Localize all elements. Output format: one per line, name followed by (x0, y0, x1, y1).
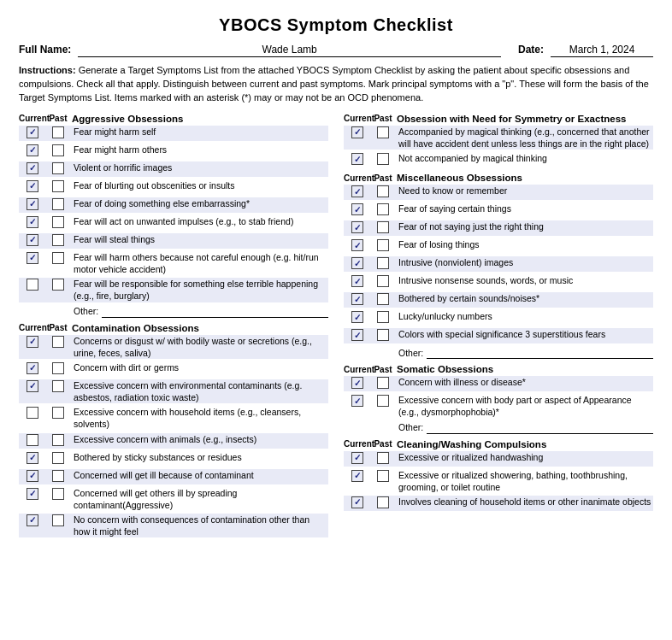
list-item: Fear will harm others because not carefu… (19, 251, 328, 275)
current-checkbox[interactable] (344, 376, 371, 389)
past-checkbox[interactable] (371, 328, 395, 341)
instructions-bold: Instructions: (19, 65, 76, 75)
list-item: Involves cleaning of household items or … (344, 496, 653, 511)
current-checkbox[interactable] (19, 361, 46, 374)
left-column: Current Past Aggressive Obsessions Fear … (19, 114, 328, 540)
current-checkbox[interactable] (19, 451, 46, 464)
current-checkbox[interactable] (19, 161, 46, 174)
past-checkbox[interactable] (46, 451, 70, 464)
past-checkbox[interactable] (46, 406, 70, 419)
item-text: Excessive concern with environmental con… (70, 379, 328, 403)
past-checkbox[interactable] (371, 185, 395, 197)
past-checkbox[interactable] (371, 394, 395, 407)
item-text: Fear will harm others because not carefu… (70, 251, 328, 275)
current-checkbox[interactable] (344, 451, 371, 464)
current-checkbox[interactable] (19, 406, 46, 419)
right-column: Current Past Obsession with Need for Sym… (344, 114, 653, 540)
current-checkbox[interactable] (19, 514, 46, 526)
past-checkbox[interactable] (46, 233, 70, 246)
item-text: Excessive or ritualized showering, bathi… (395, 469, 653, 493)
current-checkbox[interactable] (19, 278, 46, 291)
past-checkbox[interactable] (371, 451, 395, 464)
item-text: Excessive concern with animals (e.g., in… (70, 433, 328, 445)
somatic-col-headers: Current Past Somatic Obsessions (344, 364, 653, 374)
list-item: Fear might harm self (19, 126, 328, 141)
past-checkbox[interactable] (371, 256, 395, 269)
item-text: Fear will be responsible for something e… (70, 278, 328, 302)
past-checkbox[interactable] (46, 197, 70, 210)
current-checkbox[interactable] (344, 292, 371, 305)
past-header-4: Past (371, 173, 395, 183)
current-checkbox[interactable] (344, 185, 371, 197)
past-checkbox[interactable] (46, 126, 70, 138)
past-checkbox[interactable] (46, 161, 70, 174)
current-checkbox[interactable] (344, 328, 371, 341)
current-checkbox[interactable] (19, 335, 46, 348)
past-checkbox[interactable] (371, 274, 395, 287)
list-item: Fear will act on unwanted impulses (e.g.… (19, 215, 328, 231)
other-label: Other: (395, 347, 653, 359)
past-checkbox[interactable] (371, 220, 395, 233)
current-checkbox[interactable] (19, 179, 46, 192)
past-checkbox[interactable] (46, 514, 70, 526)
item-text: Fear of doing something else embarrassin… (70, 197, 328, 209)
past-checkbox[interactable] (371, 238, 395, 251)
current-checkbox[interactable] (344, 152, 371, 165)
past-checkbox[interactable] (46, 144, 70, 156)
past-checkbox[interactable] (46, 379, 70, 392)
current-checkbox[interactable] (19, 233, 46, 246)
contamination-col-headers: Current Past Contamination Obsessions (19, 323, 328, 333)
past-checkbox[interactable] (46, 487, 70, 500)
past-checkbox[interactable] (371, 152, 395, 165)
past-checkbox[interactable] (371, 496, 395, 508)
past-checkbox[interactable] (46, 251, 70, 264)
current-checkbox[interactable] (344, 238, 371, 251)
current-checkbox[interactable] (19, 433, 46, 446)
misc-col-headers: Current Past Miscellaneous Obsessions (344, 173, 653, 183)
current-checkbox[interactable] (344, 496, 371, 508)
past-checkbox[interactable] (46, 433, 70, 446)
past-checkbox[interactable] (46, 215, 70, 228)
current-checkbox[interactable] (19, 197, 46, 210)
page-title: YBOCS Symptom Checklist (19, 15, 653, 35)
past-checkbox[interactable] (371, 203, 395, 215)
header-row: Full Name: Wade Lamb Date: March 1, 2024 (19, 44, 653, 57)
current-checkbox[interactable] (19, 126, 46, 138)
item-text: Accompanied by magical thinking (e.g., c… (395, 126, 653, 150)
past-checkbox[interactable] (371, 376, 395, 389)
current-checkbox[interactable] (19, 469, 46, 482)
current-checkbox[interactable] (19, 379, 46, 392)
current-checkbox[interactable] (344, 126, 371, 138)
current-checkbox[interactable] (19, 215, 46, 228)
past-checkbox[interactable] (371, 310, 395, 323)
past-checkbox[interactable] (46, 179, 70, 192)
past-checkbox[interactable] (46, 335, 70, 348)
list-item: Intrusive nonsense sounds, words, or mus… (344, 274, 653, 290)
item-text: Fear of not saying just the right thing (395, 220, 653, 232)
current-checkbox[interactable] (19, 487, 46, 500)
past-checkbox[interactable] (371, 126, 395, 138)
instructions-text: Generate a Target Symptoms List from the… (19, 65, 649, 103)
current-checkbox[interactable] (19, 144, 46, 156)
current-header-4: Current (344, 173, 371, 183)
current-checkbox[interactable] (344, 220, 371, 233)
list-item: Colors with special significance 3 super… (344, 328, 653, 343)
symmetry-col-headers: Current Past Obsession with Need for Sym… (344, 114, 653, 124)
cleaning-section-title: Cleaning/Washing Compulsions (397, 439, 653, 449)
list-item: Fear will be responsible for something e… (19, 278, 328, 302)
current-checkbox[interactable] (19, 251, 46, 264)
past-checkbox[interactable] (371, 292, 395, 305)
past-checkbox[interactable] (46, 469, 70, 482)
list-item: Concern with illness or disease* (344, 376, 653, 391)
current-checkbox[interactable] (344, 274, 371, 287)
full-name-label: Full Name: (19, 44, 71, 56)
current-checkbox[interactable] (344, 256, 371, 269)
past-checkbox[interactable] (46, 361, 70, 374)
current-checkbox[interactable] (344, 203, 371, 215)
current-checkbox[interactable] (344, 394, 371, 407)
current-checkbox[interactable] (344, 469, 371, 482)
past-checkbox[interactable] (371, 469, 395, 482)
past-checkbox[interactable] (46, 278, 70, 291)
item-text: Not accompanied by magical thinking (395, 152, 653, 164)
current-checkbox[interactable] (344, 310, 371, 323)
